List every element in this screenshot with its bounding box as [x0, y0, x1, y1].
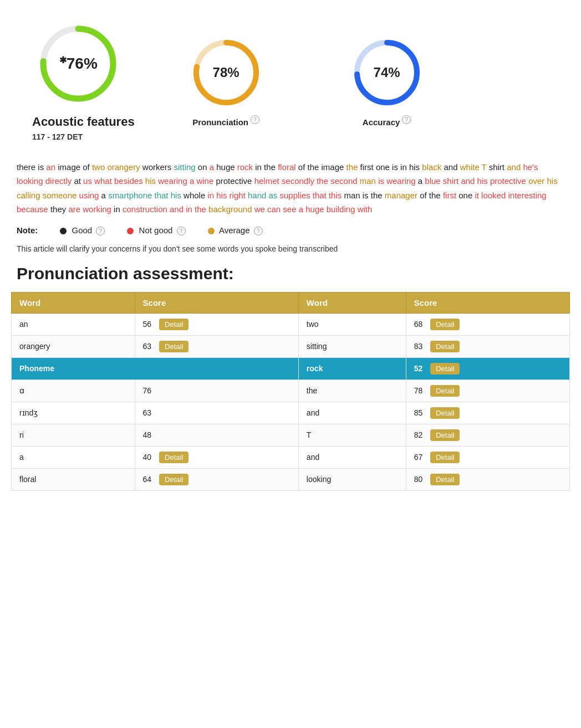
table-row: orangery 63 Detail sitting 83 Detail — [12, 335, 570, 357]
score-value: 63 — [143, 342, 152, 351]
pronunciation-label: Pronunciation — [192, 117, 248, 127]
word-rock: rock — [237, 162, 253, 172]
word-cell: two — [298, 313, 406, 335]
word-wearing-a-wine: wearing a wine — [158, 176, 213, 186]
word-background: background — [208, 204, 252, 214]
phoneme-row: rɪndʒ 63 and 85 Detail — [12, 402, 570, 424]
detail-button[interactable]: Detail — [159, 474, 188, 485]
average-info-icon[interactable]: ? — [254, 227, 263, 235]
word-first2: first — [443, 191, 456, 200]
score-value: 40 — [143, 453, 152, 462]
word-the1: the — [346, 162, 358, 172]
pronunciation-percent: 78% — [213, 65, 239, 80]
word-supplies: supplies — [280, 191, 310, 200]
score-value: 67 — [414, 453, 423, 462]
score-value: 78 — [414, 386, 423, 395]
word-directly: directly — [45, 176, 72, 186]
accuracy-info-icon[interactable]: ? — [402, 115, 411, 124]
word-smartphone-that-his: smartphone that his — [108, 191, 181, 200]
score-cell: 83 Detail — [406, 335, 569, 357]
col-score-2: Score — [406, 292, 569, 313]
word-two-orangery: two orangery — [92, 162, 140, 172]
phoneme-row: ɑ 76 the 78 Detail — [12, 380, 570, 402]
acoustic-star: ✱ — [59, 55, 67, 65]
word-building-with: building with — [327, 204, 373, 214]
score-cell: 52 Detail — [406, 357, 569, 380]
circles-row: ✱76% Acoustic features 117 - 127 DET 78%… — [11, 11, 570, 147]
score-cell: 63 Detail — [135, 335, 298, 357]
score-value: 83 — [414, 342, 423, 351]
phoneme-cell: floral — [12, 468, 135, 490]
phoneme-cell: a — [12, 446, 135, 468]
article-note: This article will clarify your concerns … — [17, 244, 564, 253]
word-cell: and — [298, 402, 406, 424]
detail-button[interactable]: Detail — [159, 319, 188, 330]
word-cell: T — [298, 424, 406, 446]
word-in-his-right: in his right — [207, 191, 245, 200]
pronunciation-circle-container: 78% Pronunciation ? — [190, 37, 262, 127]
word-cell: and — [298, 446, 406, 468]
phoneme-score-cell: 48 — [135, 424, 298, 446]
word-cell: an — [12, 313, 135, 335]
phoneme-cell: ɑ — [12, 380, 135, 402]
detail-button[interactable]: Detail — [430, 452, 460, 463]
col-word-1: Word — [12, 292, 135, 313]
detail-button[interactable]: Detail — [430, 319, 460, 330]
average-dot — [208, 228, 215, 234]
score-value: 64 — [143, 475, 152, 484]
detail-button[interactable]: Detail — [430, 474, 460, 485]
score-value: 82 — [414, 430, 423, 439]
note-row: Note: Good ? Not good ? Average ? — [17, 225, 564, 235]
word-his1: his — [145, 176, 156, 186]
not-good-indicator: Not good ? — [127, 225, 185, 235]
average-label: Average — [219, 225, 250, 235]
phoneme-score-cell: 40 Detail — [135, 446, 298, 468]
score-value: 52 — [414, 364, 423, 373]
word-is-wearing: is wearing — [378, 176, 416, 186]
word-and1: and — [507, 162, 521, 172]
score-cell: 82 Detail — [406, 424, 569, 446]
phoneme-col-header: Phoneme — [12, 357, 299, 380]
score-value: 85 — [414, 408, 423, 417]
word-cell: the — [298, 380, 406, 402]
score-value: 68 — [414, 320, 423, 329]
accuracy-circle-container: 74% Accuracy ? — [351, 37, 423, 127]
phoneme-row: floral 64 Detail looking 80 Detail — [12, 468, 570, 490]
score-cell: 78 Detail — [406, 380, 569, 402]
word-hand-as: hand as — [248, 191, 277, 200]
detail-button[interactable]: Detail — [430, 385, 460, 397]
score-cell: 80 Detail — [406, 468, 569, 490]
detail-button[interactable]: Detail — [159, 452, 188, 463]
phoneme-cell: ri — [12, 424, 135, 446]
word-a1: a — [210, 162, 214, 172]
detail-button[interactable]: Detail — [430, 429, 460, 441]
not-good-info-icon[interactable]: ? — [177, 227, 186, 235]
phoneme-row: ri 48 T 82 Detail — [12, 424, 570, 446]
pronunciation-info-icon[interactable]: ? — [251, 115, 259, 124]
word-cell: orangery — [12, 335, 135, 357]
detail-button[interactable]: Detail — [159, 341, 188, 352]
word-blue-shirt: blue shirt — [425, 176, 458, 186]
phoneme-score-cell: 76 — [135, 380, 298, 402]
word-cell: looking — [298, 468, 406, 490]
score-cell: 68 Detail — [406, 313, 569, 335]
section-title: Pronunciation assessment: — [17, 264, 564, 283]
assessment-table: Word Score Word Score an 56 Detail two 6… — [11, 292, 570, 491]
word-that-this: that this — [313, 191, 342, 200]
detail-button[interactable]: Detail — [430, 341, 460, 352]
phoneme-score-cell: 63 — [135, 402, 298, 424]
detail-button[interactable]: Detail — [430, 407, 460, 419]
detail-button[interactable]: Detail — [430, 363, 460, 375]
good-dot — [60, 228, 67, 234]
phoneme-header-row: Phoneme rock 52 Detail — [12, 357, 570, 380]
word-we-can-see-a-huge: we can see a huge — [254, 204, 324, 214]
table-row: an 56 Detail two 68 Detail — [12, 313, 570, 335]
score-cell: 56 Detail — [135, 313, 298, 335]
word-manager: manager — [385, 191, 417, 200]
acoustic-percent: ✱76% — [59, 55, 98, 73]
word-us: us — [83, 176, 92, 186]
good-info-icon[interactable]: ? — [96, 227, 105, 235]
word-helmet-secondly: helmet secondly the second — [254, 176, 358, 186]
word-man: man — [360, 176, 376, 186]
phoneme-cell: rɪndʒ — [12, 402, 135, 424]
